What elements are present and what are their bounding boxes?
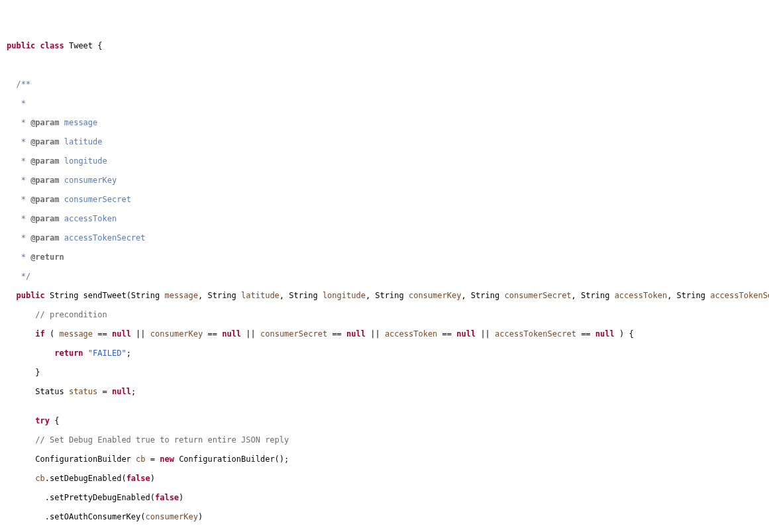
var: consumerSecret <box>260 329 327 339</box>
keyword: new <box>160 454 174 464</box>
text: == <box>576 329 595 339</box>
keyword: null <box>112 387 131 396</box>
text <box>7 416 35 425</box>
keyword: null <box>222 329 241 339</box>
code-line: if ( message == null || consumerKey == n… <box>7 329 769 339</box>
string: "FAILED" <box>88 348 127 358</box>
javadoc: */ <box>7 272 30 281</box>
text: == <box>93 329 112 339</box>
param-name: accessToken <box>59 214 117 223</box>
var: message <box>60 329 93 339</box>
text: || <box>476 329 495 339</box>
text: ; <box>131 387 136 396</box>
code-line: * @param consumerKey <box>7 176 769 186</box>
keyword: if <box>35 329 44 339</box>
javadoc: * <box>7 118 30 127</box>
text: == <box>203 329 222 339</box>
javadoc: * <box>7 137 30 146</box>
text <box>7 329 35 339</box>
doc-tag: @param <box>30 233 59 242</box>
text: ( <box>45 329 60 339</box>
text: == <box>327 329 346 339</box>
keyword: null <box>595 329 615 339</box>
text: ) { <box>615 329 634 339</box>
param-name: latitude <box>59 137 102 146</box>
class-name: Tweet <box>69 41 93 50</box>
var: consumerKey <box>150 329 203 339</box>
text: = <box>146 454 160 464</box>
code-line: * @param accessTokenSecret <box>7 233 769 243</box>
code-line: ConfigurationBuilder cb = new Configurat… <box>7 454 769 464</box>
code-line: * @return <box>7 252 769 262</box>
text: , String <box>667 291 710 300</box>
keyword: return <box>54 348 83 358</box>
code-line: * @param longitude <box>7 156 769 166</box>
text: ; <box>127 348 131 358</box>
text: ConfigurationBuilder(); <box>174 454 289 464</box>
code-line: .setPrettyDebugEnabled(false) <box>7 493 769 503</box>
code-line: return "FAILED"; <box>7 348 769 358</box>
javadoc: * <box>7 99 26 108</box>
comment: // Set Debug Enabled true to return enti… <box>7 435 289 445</box>
param: latitude <box>241 291 280 300</box>
code-line: * @param latitude <box>7 137 769 147</box>
text: , String <box>572 291 615 300</box>
text: .setOAuthConsumerKey( <box>7 512 146 521</box>
text: , String <box>366 291 409 300</box>
text: = <box>97 387 112 396</box>
text <box>83 348 88 358</box>
code-editor[interactable]: public class Tweet { /** * * @param mess… <box>7 41 769 532</box>
text: || <box>241 329 260 339</box>
doc-tag: @param <box>30 156 59 166</box>
var: consumerKey <box>146 512 198 521</box>
doc-tag: @param <box>30 176 59 185</box>
code-line: * <box>7 99 769 109</box>
param-name: consumerKey <box>59 176 117 185</box>
code-line: Status status = null; <box>7 387 769 397</box>
code-line: // Set Debug Enabled true to return enti… <box>7 435 769 445</box>
keyword: null <box>456 329 476 339</box>
text: ) <box>150 474 155 483</box>
keyword: null <box>112 329 131 339</box>
keyword: public <box>16 291 44 300</box>
code-line: /** <box>7 80 769 89</box>
doc-tag: @param <box>30 214 59 223</box>
doc-tag: @param <box>30 137 59 146</box>
javadoc: * <box>7 233 30 242</box>
code-line: cb.setDebugEnabled(false) <box>7 474 769 484</box>
code-line: public String sendTweet(String message, … <box>7 291 769 301</box>
doc-tag: @return <box>30 252 64 262</box>
param-name: longitude <box>59 156 107 166</box>
javadoc: * <box>7 195 30 204</box>
code-line: */ <box>7 272 769 282</box>
param: consumerSecret <box>504 291 571 300</box>
doc-tag: @param <box>30 195 59 204</box>
code-line: .setOAuthConsumerKey(consumerKey) <box>7 512 769 522</box>
text: ) <box>198 512 203 521</box>
text: || <box>366 329 385 339</box>
text: ConfigurationBuilder <box>7 454 136 464</box>
keyword: false <box>127 474 150 483</box>
text: String sendTweet(String <box>45 291 165 300</box>
var: accessTokenSecret <box>495 329 576 339</box>
keyword: try <box>35 416 50 425</box>
doc-tag: @param <box>30 118 59 127</box>
javadoc: * <box>7 252 30 262</box>
javadoc: * <box>7 156 30 166</box>
text: Status <box>7 387 69 396</box>
keyword: public class <box>7 41 64 50</box>
code-line: try { <box>7 416 769 426</box>
param: consumerKey <box>409 291 461 300</box>
var: accessToken <box>385 329 437 339</box>
text: , String <box>198 291 241 300</box>
text: == <box>437 329 456 339</box>
text: ) <box>179 493 183 502</box>
var: status <box>69 387 97 396</box>
param-name: consumerSecret <box>59 195 130 204</box>
text: .setPrettyDebugEnabled( <box>7 493 155 502</box>
code-line: public class Tweet { <box>7 41 769 51</box>
code-line: * @param message <box>7 118 769 128</box>
var: cb <box>136 454 145 464</box>
text: { <box>50 416 59 425</box>
javadoc: /** <box>7 80 30 89</box>
